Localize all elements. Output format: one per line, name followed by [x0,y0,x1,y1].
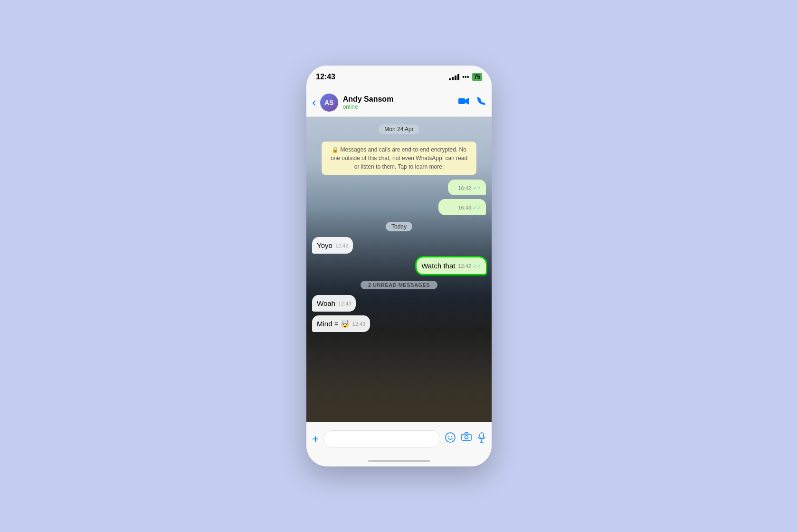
sticker-icon[interactable] [445,432,456,445]
input-bar: + [306,422,492,455]
battery-icon: 75 [472,73,482,81]
contact-name: Andy Sansom [343,95,458,104]
video-call-icon[interactable] [458,96,469,108]
svg-point-2 [446,433,455,442]
highlighted-message-text: Watch that [421,262,455,270]
received-message-1-bubble: Yoyo 12:42 [312,237,353,254]
attachment-button[interactable]: + [312,432,319,446]
message-input[interactable] [323,430,440,447]
svg-point-4 [451,436,452,437]
svg-rect-7 [480,433,484,438]
sent-message-1-bubble: 16:42 ✓✓ [448,180,486,195]
received-message-3-text: Mind = 🤯 [317,320,350,328]
chat-header: ‹ AS Andy Sansom online [306,88,492,117]
received-msg-3-time: 12:43 [352,321,366,328]
contact-status: online [343,104,458,110]
received-msg-2-time: 12:43 [338,300,352,307]
sent-msg-2-time: 16:43 ✓✓ [458,204,481,211]
home-indicator [306,455,492,466]
avatar: AS [320,94,338,112]
status-icons: ••• 75 [449,73,482,81]
signal-bars-icon [449,74,459,80]
phone-call-icon[interactable] [476,96,486,108]
date-badge-today: Today [386,222,412,231]
sent-message-1-row: 16:42 ✓✓ [312,180,486,195]
received-msg-1-time: 12:42 [335,242,349,249]
received-message-2-row: Woah 12:43 [312,295,486,312]
highlighted-message-bubble: Watch that 12:42 ✓✓ [417,257,486,274]
highlighted-message-row: Watch that 12:42 ✓✓ [312,257,486,274]
home-bar [368,460,430,462]
svg-marker-1 [465,98,469,104]
received-message-1-text: Yoyo [317,241,332,249]
input-action-icons [445,432,486,445]
received-message-1-row: Yoyo 12:42 [312,237,486,254]
received-message-3-bubble: Mind = 🤯 12:43 [312,315,370,332]
phone-frame: 12:43 ••• 75 ‹ AS Andy Sansom online [306,66,492,466]
highlighted-msg-time: 12:42 ✓✓ [458,263,481,270]
encryption-notice[interactable]: 🔒 Messages and calls are end-to-end encr… [322,142,476,175]
sent-msg-1-time: 16:42 ✓✓ [458,185,481,192]
date-badge-april: Mon 24 Apr [379,124,419,134]
svg-rect-0 [458,98,465,104]
wifi-icon: ••• [462,73,469,81]
unread-messages-divider: 2 unread messages [361,281,437,289]
messages-container: Mon 24 Apr 🔒 Messages and calls are end-… [306,117,492,422]
chat-area: Mon 24 Apr 🔒 Messages and calls are end-… [306,117,492,422]
received-message-2-text: Woah [317,299,335,307]
svg-rect-5 [462,434,471,440]
svg-point-3 [448,436,449,437]
sent-message-2-bubble: 16:43 ✓✓ [438,199,486,215]
received-message-3-row: Mind = 🤯 12:43 [312,315,486,332]
status-bar: 12:43 ••• 75 [306,66,492,88]
header-icons [458,96,486,108]
status-time: 12:43 [316,73,335,81]
contact-info: Andy Sansom online [343,95,458,110]
camera-icon[interactable] [461,432,472,445]
sent-message-2-row: 16:43 ✓✓ [312,199,486,215]
svg-point-6 [465,436,468,439]
back-button[interactable]: ‹ [312,95,316,110]
received-message-2-bubble: Woah 12:43 [312,295,356,312]
microphone-icon[interactable] [477,432,486,445]
